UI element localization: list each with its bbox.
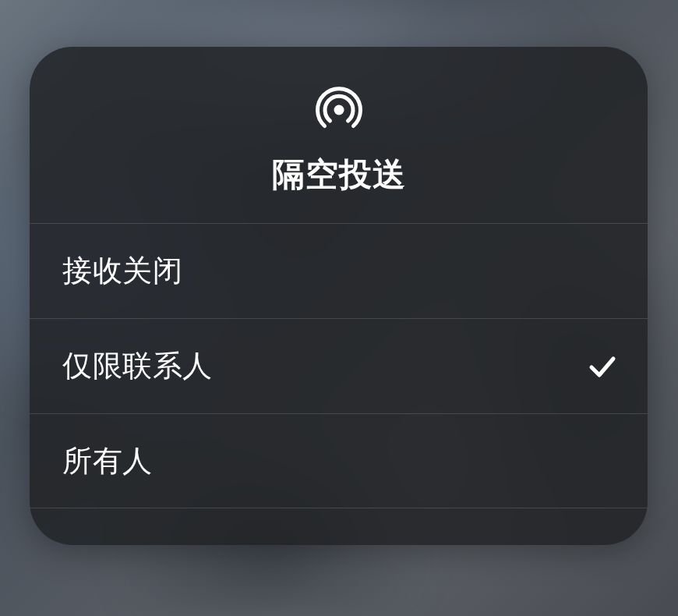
checkmark-icon	[587, 351, 618, 382]
panel-header: 隔空投送	[30, 47, 648, 223]
option-contacts-only[interactable]: 仅限联系人	[30, 318, 648, 413]
option-label: 所有人	[62, 441, 153, 481]
airdrop-settings-panel: 隔空投送 接收关闭 仅限联系人 所有人	[30, 47, 648, 545]
option-receiving-off[interactable]: 接收关闭	[30, 223, 648, 318]
option-label: 仅限联系人	[62, 346, 213, 386]
airdrop-icon	[315, 86, 363, 134]
option-list: 接收关闭 仅限联系人 所有人	[30, 223, 648, 508]
panel-title: 隔空投送	[272, 153, 406, 196]
option-everyone[interactable]: 所有人	[30, 413, 648, 508]
option-label: 接收关闭	[62, 251, 182, 291]
svg-point-0	[334, 105, 344, 115]
panel-footer	[30, 508, 648, 545]
